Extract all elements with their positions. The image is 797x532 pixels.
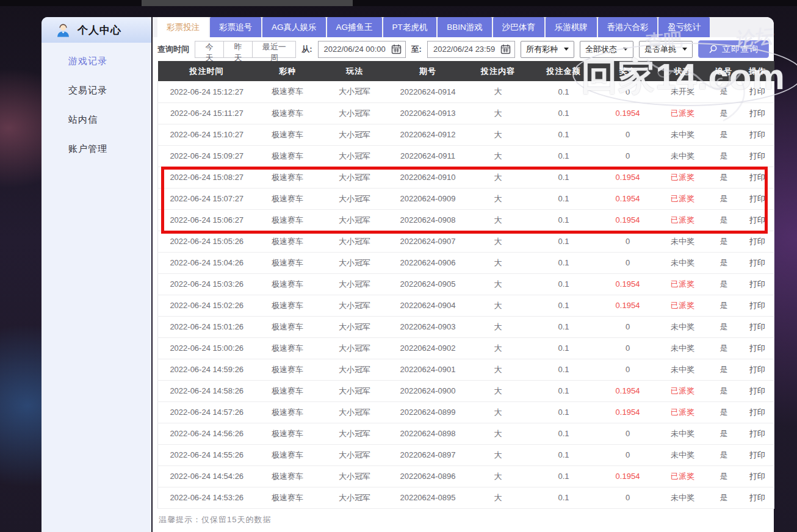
print-link[interactable]: 打印 [741, 188, 774, 209]
cell-prize: 0.1954 [597, 167, 658, 188]
print-link[interactable]: 打印 [741, 401, 774, 423]
cell-issue: 20220624-0897 [390, 444, 466, 466]
tab[interactable]: 沙巴体育 [493, 17, 544, 37]
print-link[interactable]: 打印 [741, 444, 774, 466]
cell-lottery: 极速赛车 [256, 81, 320, 102]
print-link[interactable]: 打印 [741, 273, 774, 295]
tab[interactable]: 乐游棋牌 [546, 17, 597, 37]
cell-chase: 是 [707, 401, 741, 423]
cell-lottery: 极速赛车 [256, 380, 320, 401]
column-header: 投注金额 [530, 61, 597, 81]
cell-amount: 0.1 [530, 102, 597, 124]
tab[interactable]: BBIN游戏 [438, 17, 492, 37]
date-to-input[interactable]: 2022/06/24 23:59 [427, 41, 515, 58]
cell-issue: 20220624-0898 [390, 423, 466, 444]
cell-lottery: 极速赛车 [256, 401, 320, 423]
cell-chase: 是 [707, 102, 741, 124]
print-link[interactable]: 打印 [741, 231, 774, 252]
to-label: 至: [411, 44, 422, 55]
cell-play: 大小冠军 [320, 487, 390, 508]
cell-content: 大 [466, 167, 530, 188]
print-link[interactable]: 打印 [741, 209, 774, 231]
tab[interactable]: AG真人娱乐 [262, 17, 326, 37]
tab[interactable]: 盈亏统计 [658, 17, 710, 37]
filter-select[interactable]: 所有彩种 [521, 41, 574, 58]
table-row: 2022-06-24 14:58:26极速赛车大小冠军20220624-0900… [158, 380, 774, 401]
sidebar-title: 个人中心 [78, 23, 121, 37]
cell-chase: 是 [707, 380, 741, 401]
cell-amount: 0.1 [530, 209, 597, 231]
search-button[interactable]: 立即查询 [698, 40, 769, 58]
cell-play: 大小冠军 [320, 145, 390, 167]
quick-range-button[interactable]: 今天 [195, 41, 223, 58]
sidebar-item[interactable]: 站内信 [41, 105, 151, 134]
cell-prize: 0.1954 [597, 209, 658, 231]
tab[interactable]: PT老虎机 [383, 17, 437, 37]
cell-play: 大小冠军 [320, 423, 390, 444]
print-link[interactable]: 打印 [741, 316, 774, 337]
table-row: 2022-06-24 15:08:27极速赛车大小冠军20220624-0910… [158, 167, 774, 188]
print-link[interactable]: 打印 [741, 337, 774, 359]
print-link[interactable]: 打印 [741, 102, 774, 124]
cell-content: 大 [466, 337, 530, 359]
cell-prize: 0 [597, 231, 658, 252]
from-label: 从: [301, 44, 312, 55]
cell-chase: 是 [707, 145, 741, 167]
cell-content: 大 [466, 273, 530, 295]
cell-chase: 是 [707, 444, 741, 466]
cell-amount: 0.1 [530, 81, 597, 102]
cell-amount: 0.1 [530, 316, 597, 337]
print-link[interactable]: 打印 [741, 423, 774, 444]
sidebar-item[interactable]: 账户管理 [41, 134, 151, 164]
cell-status: 未中奖 [658, 444, 707, 466]
cell-time: 2022-06-24 14:57:26 [158, 401, 256, 423]
cell-content: 大 [466, 81, 530, 102]
column-header: 玩法 [320, 61, 390, 81]
print-link[interactable]: 打印 [741, 81, 774, 102]
cell-content: 大 [466, 209, 530, 231]
print-link[interactable]: 打印 [741, 380, 774, 401]
cell-status: 已派奖 [658, 167, 707, 188]
tab[interactable]: 彩票投注 [157, 17, 209, 37]
cell-content: 大 [466, 145, 530, 167]
print-link[interactable]: 打印 [741, 359, 774, 380]
cell-time: 2022-06-24 14:59:26 [158, 359, 256, 380]
cell-chase: 是 [707, 273, 741, 295]
cell-status: 未中奖 [658, 487, 707, 508]
date-from-input[interactable]: 2022/06/24 00:00 [318, 41, 406, 58]
cell-time: 2022-06-24 15:11:27 [158, 102, 256, 124]
cell-status: 已派奖 [658, 273, 707, 295]
chevron-down-icon [564, 48, 569, 51]
cell-prize: 0 [597, 252, 658, 273]
print-link[interactable]: 打印 [741, 487, 774, 508]
cell-issue: 20220624-0909 [390, 188, 466, 209]
tab[interactable]: AG捕鱼王 [327, 17, 382, 37]
column-header: 奖金 [597, 61, 658, 81]
search-button-label: 立即查询 [722, 44, 759, 55]
cell-play: 大小冠军 [320, 295, 390, 316]
cell-status: 未中奖 [658, 337, 707, 359]
tab[interactable]: 彩票追号 [210, 17, 261, 37]
sidebar-item[interactable]: 交易记录 [41, 76, 151, 105]
table-row: 2022-06-24 14:59:26极速赛车大小冠军20220624-0901… [158, 359, 774, 380]
print-link[interactable]: 打印 [741, 295, 774, 316]
cell-play: 大小冠军 [320, 167, 390, 188]
user-avatar-icon [55, 22, 71, 38]
print-link[interactable]: 打印 [741, 167, 774, 188]
cell-amount: 0.1 [530, 423, 597, 444]
print-link[interactable]: 打印 [741, 124, 774, 145]
tab[interactable]: 香港六合彩 [598, 17, 658, 37]
filter-select[interactable]: 全部状态 [580, 41, 633, 58]
cell-issue: 20220624-0907 [390, 231, 466, 252]
print-link[interactable]: 打印 [741, 252, 774, 273]
print-link[interactable]: 打印 [741, 466, 774, 487]
filter-group: 所有彩种全部状态是否单挑 [521, 41, 693, 58]
filter-select[interactable]: 是否单挑 [639, 41, 693, 58]
quick-range-button[interactable]: 最近一周 [252, 41, 296, 58]
quick-range-button[interactable]: 昨天 [223, 41, 252, 58]
cell-issue: 20220624-0895 [390, 487, 466, 508]
print-link[interactable]: 打印 [741, 145, 774, 167]
cell-play: 大小冠军 [320, 401, 390, 423]
sidebar-item[interactable]: 游戏记录 [41, 46, 151, 76]
cell-content: 大 [466, 380, 530, 401]
